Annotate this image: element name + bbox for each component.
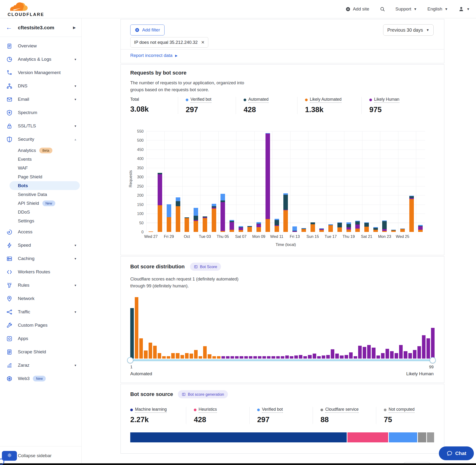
stacked-bar[interactable]	[167, 204, 171, 232]
stat-label-text[interactable]: Likely Automated	[310, 97, 341, 103]
histogram-bar	[231, 356, 234, 359]
stacked-bar[interactable]	[347, 222, 351, 232]
sidebar-item-bots[interactable]: Bots	[10, 181, 80, 190]
sidebar-item-api-shield[interactable]: API ShieldNew	[10, 199, 80, 208]
stat-label-text[interactable]: Automated	[248, 97, 269, 103]
stacked-bar[interactable]	[212, 204, 216, 232]
stat-label-text[interactable]: Cloudflare service	[325, 407, 359, 413]
collapse-sidebar-label[interactable]: Collapse sidebar	[18, 453, 52, 458]
sidebar-item-speed[interactable]: Speed▾	[0, 239, 81, 252]
stat-label-text[interactable]: Verified bot	[262, 407, 283, 413]
stacked-bar[interactable]	[301, 228, 306, 232]
chevron-down-icon: ▼	[414, 7, 417, 11]
slider-handle-max[interactable]	[430, 357, 436, 363]
sidebar-item-label: Access	[18, 229, 32, 234]
settings-gear-button[interactable]	[2, 451, 17, 461]
stacked-bar[interactable]	[230, 220, 234, 232]
stacked-bar[interactable]	[283, 193, 288, 232]
histogram-bar	[395, 353, 398, 359]
bar-slot	[317, 131, 326, 232]
stat-label-text[interactable]: Machine learning	[135, 407, 167, 413]
stacked-bar[interactable]	[256, 222, 261, 232]
sidebar-item-spectrum[interactable]: Spectrum	[0, 106, 81, 119]
back-arrow-icon[interactable]: ←	[6, 24, 12, 31]
stacked-bar[interactable]	[382, 221, 387, 232]
score-range-slider[interactable]	[130, 359, 434, 361]
sidebar-item-network[interactable]: Network	[0, 292, 81, 305]
bot-score-generation-badge[interactable]: Bot score generation	[178, 390, 228, 398]
chevron-right-icon[interactable]: ▶	[73, 25, 76, 30]
stacked-bar[interactable]	[176, 197, 180, 232]
language-menu[interactable]: English ▼	[427, 6, 448, 12]
histogram-bar	[144, 350, 148, 359]
sidebar-item-waf[interactable]: WAF	[10, 164, 80, 172]
sidebar-item-scrape-shield[interactable]: Scrape Shield	[0, 345, 81, 359]
sidebar-item-events[interactable]: Events	[10, 155, 80, 164]
support-menu[interactable]: Support ▼	[395, 6, 417, 12]
stacked-bar[interactable]	[247, 226, 252, 232]
bar-segment-likely-automated	[167, 217, 171, 232]
sidebar-item-analytics[interactable]: AnalyticsBeta	[10, 146, 80, 155]
sidebar-item-ddos[interactable]: DDoS	[10, 208, 80, 216]
stacked-bar[interactable]	[148, 232, 153, 232]
stacked-bar[interactable]	[265, 133, 270, 232]
stacked-bar[interactable]	[275, 219, 279, 232]
stacked-bar[interactable]	[328, 224, 333, 232]
stacked-bar[interactable]	[292, 226, 297, 232]
sidebar-item-custom-pages[interactable]: Custom Pages	[0, 318, 81, 332]
sidebar-item-rules[interactable]: Rules▾	[0, 279, 81, 292]
sidebar-item-caching[interactable]: Caching▾	[0, 252, 81, 265]
stacked-bar[interactable]	[203, 216, 207, 232]
stacked-bar[interactable]	[158, 173, 162, 232]
stat-label-text[interactable]: Likely Human	[374, 97, 399, 103]
sidebar-item-version-management[interactable]: Version Management	[0, 66, 81, 79]
stacked-bar[interactable]	[221, 194, 225, 232]
sidebar-item-access[interactable]: Access	[0, 225, 81, 239]
sidebar-item-traffic[interactable]: Traffic▾	[0, 305, 81, 318]
search-button[interactable]	[380, 6, 385, 12]
stacked-bar[interactable]	[239, 226, 243, 232]
add-site-button[interactable]: Add site	[346, 6, 369, 12]
account-menu[interactable]: ▼	[458, 6, 470, 12]
sidebar-item-analytics-logs[interactable]: Analytics & Logs▾	[0, 53, 81, 66]
sidebar-item-ssl-tls[interactable]: SSL/TLS▾	[0, 119, 81, 133]
sidebar-item-dns[interactable]: DNS▾	[0, 79, 81, 93]
sidebar-item-security[interactable]: Security▴	[0, 133, 81, 146]
date-range-select[interactable]: Previous 30 days ▼	[383, 24, 434, 36]
sidebar-item-email[interactable]: Email▾	[0, 93, 81, 106]
add-filter-button[interactable]: Add filter	[130, 24, 165, 35]
stacked-bar[interactable]	[418, 225, 423, 232]
stacked-bar[interactable]	[373, 227, 378, 232]
sidebar-item-settings[interactable]: Settings	[10, 216, 80, 225]
sidebar-item-apps[interactable]: Apps	[0, 332, 81, 345]
stacked-bar[interactable]	[338, 222, 342, 232]
stacked-bar[interactable]	[391, 230, 396, 232]
sidebar-item-web3[interactable]: Web3New	[0, 372, 81, 385]
stacked-bar[interactable]	[364, 222, 369, 232]
network-icon	[6, 296, 13, 302]
cloudflare-logo[interactable]: CLOUDFLARE	[6, 2, 44, 17]
stacked-bar[interactable]	[310, 222, 315, 232]
stat-label-text[interactable]: Not computed	[389, 407, 414, 413]
report-incorrect-data-link[interactable]: Report incorrect data ▶	[130, 53, 177, 58]
stacked-bar[interactable]	[409, 196, 414, 232]
stacked-bar[interactable]	[355, 221, 360, 232]
slider-handle-min[interactable]	[127, 357, 133, 363]
stacked-bar[interactable]	[400, 229, 405, 232]
sidebar-item-workers-routes[interactable]: Workers Routes	[0, 265, 81, 279]
chevron-down-icon: ▼	[426, 28, 429, 32]
stacked-bar[interactable]	[185, 217, 189, 232]
sidebar-item-overview[interactable]: Overview	[0, 39, 81, 53]
close-icon[interactable]: ✕	[201, 40, 205, 45]
stacked-bar[interactable]	[319, 228, 324, 232]
stat-label-text[interactable]: Verified bot	[190, 97, 212, 103]
chat-button[interactable]: Chat	[439, 446, 474, 460]
sidebar-item-page-shield[interactable]: Page Shield	[10, 172, 80, 181]
y-tick-label: 0	[121, 230, 144, 234]
sidebar-item-zaraz[interactable]: Zaraz▾	[0, 359, 81, 372]
bot-score-badge[interactable]: Bot Score	[190, 263, 221, 271]
sidebar-item-sensitive-data[interactable]: Sensitive Data	[10, 190, 80, 199]
stacked-bar[interactable]	[194, 208, 198, 232]
stat-label-text[interactable]: Heuristics	[199, 407, 217, 413]
histogram-bar	[294, 356, 298, 359]
